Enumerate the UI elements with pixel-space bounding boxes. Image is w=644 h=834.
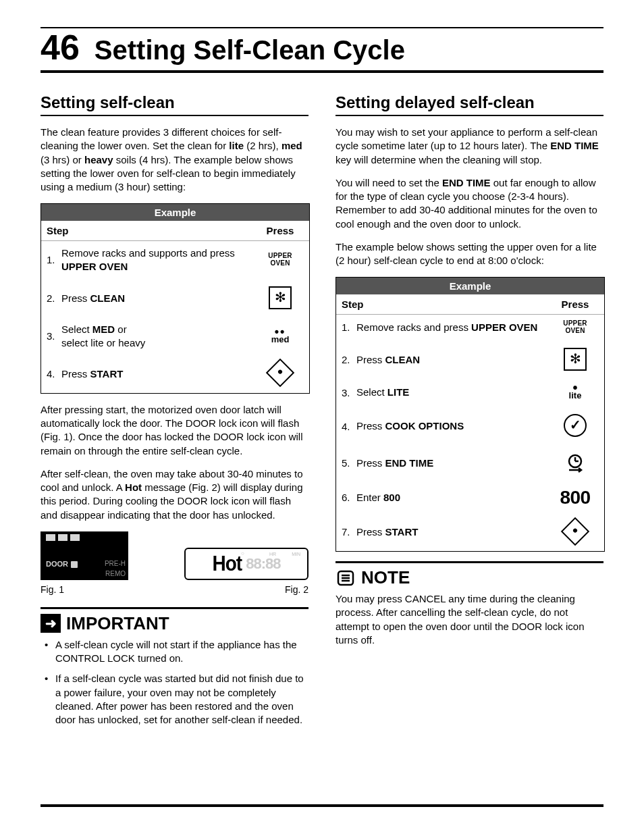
important-callout: IMPORTANT A self-clean cycle will not st…	[41, 607, 308, 727]
col-press: Press	[257, 225, 304, 236]
table-title: Example	[41, 204, 309, 221]
page-number: 46	[41, 30, 80, 65]
table-row: 2.Press CLEAN	[41, 281, 309, 317]
table-row: 7.Press START	[336, 516, 604, 552]
page-title: Setting Self-Clean Cycle	[95, 36, 405, 63]
table-title: Example	[336, 278, 604, 294]
list-item: If a self-clean cycle was started but di…	[45, 672, 308, 727]
table-row: 3.Select MED orselect lite or heavy••med	[41, 317, 309, 357]
table-row: 1.Remove racks and press UPPER OVENUPPER…	[336, 315, 604, 342]
end-time-icon	[565, 452, 585, 473]
cook-options-icon	[564, 414, 587, 437]
right-p3: The example below shows setting the uppe…	[336, 240, 603, 268]
table-row: 4.Press START	[41, 357, 309, 393]
list-item: A self-clean cycle will not start if the…	[45, 638, 308, 666]
table-row: 2.Press CLEAN	[336, 342, 604, 379]
start-icon	[561, 517, 589, 545]
note-icon	[336, 569, 356, 588]
figure-2: Hot ○ HRMIN 88:88	[184, 548, 308, 580]
right-column: Setting delayed self-clean You may wish …	[336, 93, 603, 733]
left-after-2: After self-clean, the oven may take abou…	[41, 467, 308, 522]
table-row: 4.Press COOK OPTIONS	[336, 409, 604, 447]
right-p2: You will need to set the END TIME out fa…	[336, 176, 603, 231]
table-row: 5.Press END TIME	[336, 447, 604, 483]
note-body: You may press CANCEL any time during the…	[336, 592, 603, 647]
clean-icon	[564, 348, 587, 371]
left-column: Setting self-clean The clean feature pro…	[41, 93, 308, 733]
fig1-label: Fig. 1	[41, 584, 142, 595]
col-step: Step	[342, 298, 552, 310]
left-rows: 1.Remove racks and supports and press UP…	[41, 241, 309, 393]
right-example-table: Example Step Press 1.Remove racks and pr…	[336, 277, 605, 552]
door-lock-icon	[71, 561, 78, 568]
right-p1: You may wish to set your appliance to pe…	[336, 126, 603, 167]
fig2-label: Fig. 2	[285, 584, 308, 595]
right-rows: 1.Remove racks and press UPPER OVENUPPER…	[336, 315, 604, 551]
table-row: 6.Enter 800800	[336, 482, 604, 515]
arrow-icon	[41, 614, 61, 633]
table-row: 1.Remove racks and supports and press UP…	[41, 241, 309, 281]
figure-1: DOOR PRE-H REMO	[41, 531, 128, 580]
start-icon	[266, 359, 294, 387]
important-title: IMPORTANT	[66, 613, 169, 634]
footer-rule	[41, 804, 603, 807]
clean-icon	[269, 286, 292, 309]
left-after-1: After pressing start, the motorized oven…	[41, 403, 308, 458]
section-heading-right: Setting delayed self-clean	[336, 93, 603, 116]
col-press: Press	[552, 298, 599, 310]
note-callout: NOTE You may press CANCEL any time durin…	[336, 561, 603, 647]
table-row: 3.Select LITE•lite	[336, 379, 604, 409]
section-heading-left: Setting self-clean	[41, 93, 308, 116]
left-intro: The clean feature provides 3 different c…	[41, 126, 308, 194]
left-example-table: Example Step Press 1.Remove racks and su…	[41, 203, 310, 394]
page-header: 46 Setting Self-Clean Cycle	[41, 30, 603, 73]
important-list: A self-clean cycle will not start if the…	[45, 638, 308, 727]
col-step: Step	[47, 225, 257, 236]
note-title: NOTE	[361, 567, 410, 588]
